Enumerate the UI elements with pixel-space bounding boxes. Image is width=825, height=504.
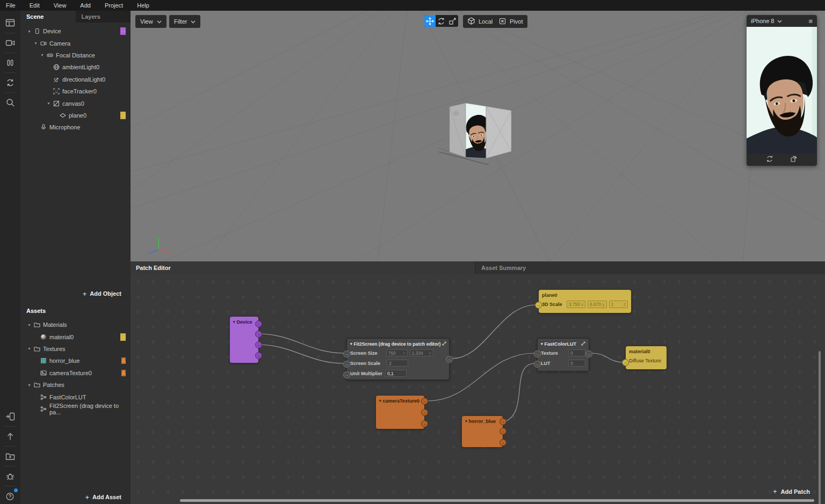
asset-item-horror-blue[interactable]: horror_blue A <box>20 355 131 367</box>
expander-icon[interactable]: ▾ <box>45 101 52 106</box>
scene-item-focal-distance[interactable]: ▾ Focal Distance <box>20 49 131 61</box>
tree-label: ambientLight0 <box>62 64 99 70</box>
simulator-restart-icon[interactable] <box>766 155 773 165</box>
input-port[interactable]: → <box>343 350 350 357</box>
output-port[interactable]: → <box>255 320 262 327</box>
input-port[interactable]: → <box>343 361 350 368</box>
viewport-3d[interactable]: View Filter Local Pivot iPhone 8 ≡ <box>131 11 825 261</box>
expander-icon[interactable]: ▾ <box>26 323 33 327</box>
auto-badge: A <box>121 370 126 376</box>
menu-view[interactable]: View <box>54 2 67 9</box>
search-icon[interactable] <box>0 94 20 111</box>
local-mode-button[interactable]: Local <box>463 15 497 28</box>
import-folder-icon[interactable] <box>0 448 20 464</box>
scene-item-facetracker[interactable]: faceTracker0 <box>20 85 131 97</box>
pause-icon[interactable] <box>0 55 20 71</box>
add-asset-button[interactable]: + Add Asset <box>20 490 131 504</box>
upload-icon[interactable] <box>0 428 20 444</box>
input-port[interactable]: → <box>535 302 542 309</box>
assets-tree: ▾ Materials material0 ⇥ ▾ Textures horro… <box>20 316 131 490</box>
menu-file[interactable]: File <box>6 2 16 9</box>
scene-item-canvas[interactable]: ▾ canvas0 <box>20 97 131 109</box>
asset-folder-patches[interactable]: ▾ Patches <box>20 379 131 391</box>
camera-view-icon[interactable] <box>0 35 20 51</box>
scene-item-microphone[interactable]: Microphone <box>20 121 131 133</box>
input-port[interactable]: → <box>534 350 541 357</box>
rotate-device-icon[interactable] <box>790 155 798 165</box>
send-to-device-icon[interactable] <box>0 408 20 425</box>
asset-item-material0[interactable]: material0 ⇥ <box>20 331 131 342</box>
menu-project[interactable]: Project <box>105 2 123 9</box>
asset-item-cameratexture0[interactable]: cameraTexture0 A <box>20 367 131 379</box>
tree-label: Textures <box>43 346 66 352</box>
add-object-button[interactable]: + Add Object <box>20 287 131 301</box>
patch-editor-title[interactable]: Patch Editor <box>131 261 476 274</box>
workspace-icon[interactable] <box>0 15 20 31</box>
input-port[interactable]: → <box>343 371 350 378</box>
rotate-tool-button[interactable] <box>436 15 447 27</box>
output-port[interactable]: → <box>421 398 428 405</box>
output-port[interactable]: → <box>421 420 428 427</box>
debug-icon[interactable] <box>0 468 20 484</box>
scene-panel: Scene Layers ▾ Device ↦ ▾ Camera ▾ Focal… <box>20 11 131 301</box>
scene-device-mockup[interactable] <box>438 99 513 172</box>
scale-tool-button[interactable] <box>447 15 458 27</box>
simulator-camera-feed[interactable] <box>747 27 817 154</box>
scene-item-ambientlight[interactable]: ambientLight0 <box>20 61 131 73</box>
expander-icon[interactable]: ▾ <box>26 383 33 388</box>
simulator-device-select[interactable]: iPhone 8 <box>751 18 774 24</box>
tree-label: Camera <box>49 40 70 47</box>
patch-icon <box>39 406 47 412</box>
asset-summary-title[interactable]: Asset Summary <box>476 261 825 274</box>
output-port[interactable]: → <box>421 409 428 416</box>
restart-icon[interactable] <box>0 75 20 91</box>
output-port[interactable]: → <box>500 428 506 435</box>
tree-label: plane0 <box>69 112 86 119</box>
simulator-menu-icon[interactable]: ≡ <box>808 17 813 25</box>
output-port[interactable]: → <box>255 331 262 338</box>
scene-item-camera[interactable]: ▾ Camera <box>20 37 131 49</box>
scene-item-device[interactable]: ▾ Device ↦ <box>20 25 131 37</box>
menu-add[interactable]: Add <box>80 2 91 9</box>
scene-item-directionallight[interactable]: directionalLight0 <box>20 74 131 85</box>
output-port[interactable]: → <box>585 350 592 357</box>
asset-folder-textures[interactable]: ▾ Textures <box>20 343 131 355</box>
expander-icon[interactable]: ▾ <box>26 346 33 351</box>
output-port[interactable]: → <box>500 439 506 446</box>
filter-dropdown[interactable]: Filter <box>169 15 200 28</box>
chevron-down-icon <box>157 18 162 25</box>
transform-tools <box>424 15 458 27</box>
scene-item-plane[interactable]: plane0 ⇥ <box>20 109 131 121</box>
patch-canvas[interactable]: ▾Device → → → → ▾ Fit2Screen (drag devic… <box>131 274 825 504</box>
view-dropdown[interactable]: View <box>135 15 167 28</box>
tree-label: canvas0 <box>62 100 84 107</box>
help-icon[interactable] <box>0 488 20 504</box>
expander-icon[interactable]: ▾ <box>32 41 39 46</box>
chevron-down-icon[interactable] <box>777 18 782 24</box>
tab-layers[interactable]: Layers <box>76 11 131 23</box>
focal-distance-icon <box>46 52 54 59</box>
add-patch-button[interactable]: + Add Patch <box>773 487 810 495</box>
input-port[interactable]: → <box>534 361 541 368</box>
pivot-mode-button[interactable]: Pivot <box>494 15 527 28</box>
output-port[interactable]: → <box>500 418 506 425</box>
output-port[interactable]: → <box>255 352 262 359</box>
output-port[interactable]: → <box>446 356 453 363</box>
asset-item-fastcolorlut[interactable]: FastColorLUT <box>20 391 131 403</box>
vertical-scrollbar[interactable] <box>819 351 821 504</box>
move-tool-button[interactable] <box>424 15 436 27</box>
asset-folder-materials[interactable]: ▾ Materials <box>20 319 131 331</box>
asset-item-fit2screen[interactable]: Fit2Screen (drag device to pa... <box>20 403 131 415</box>
menu-help[interactable]: Help <box>137 2 149 9</box>
expander-icon[interactable]: ▾ <box>39 53 46 57</box>
output-port[interactable]: → <box>255 341 262 348</box>
expander-icon[interactable]: ▾ <box>26 29 33 34</box>
input-port[interactable]: → <box>622 359 629 366</box>
tree-label: Fit2Screen (drag device to pa... <box>49 403 131 415</box>
chevron-down-icon <box>191 18 196 25</box>
horizontal-scrollbar[interactable] <box>180 499 814 502</box>
menu-edit[interactable]: Edit <box>30 2 40 9</box>
tab-scene[interactable]: Scene <box>20 11 76 23</box>
tree-label: directionalLight0 <box>62 76 105 83</box>
tree-label: faceTracker0 <box>62 88 97 94</box>
